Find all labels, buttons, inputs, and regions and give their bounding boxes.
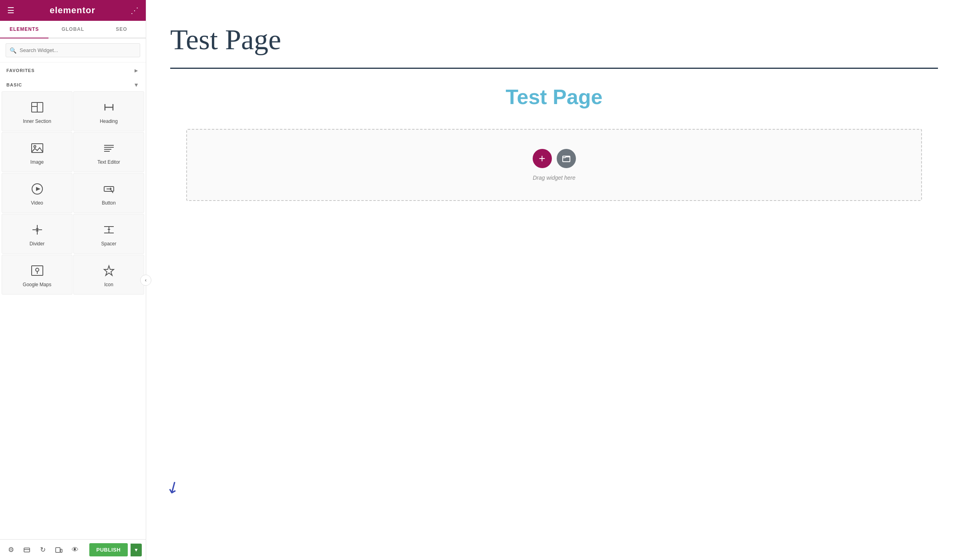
widget-icon[interactable]: Icon bbox=[73, 255, 144, 295]
favorites-chevron-icon: ► bbox=[133, 67, 139, 74]
widget-video-label: Video bbox=[31, 200, 43, 206]
widget-list: FAVORITES ► BASIC ▼ Inner Section bbox=[0, 62, 146, 560]
collapse-panel-button[interactable]: ‹ bbox=[140, 275, 151, 286]
video-icon bbox=[31, 183, 44, 197]
widget-google-maps[interactable]: Google Maps bbox=[2, 255, 72, 295]
svg-rect-35 bbox=[56, 548, 60, 552]
svg-rect-33 bbox=[24, 548, 30, 552]
search-bar: 🔍 bbox=[0, 38, 146, 62]
widget-image-label: Image bbox=[30, 159, 44, 165]
text-editor-icon bbox=[103, 142, 115, 156]
svg-rect-29 bbox=[32, 266, 43, 275]
drop-zone-label: Drag widget here bbox=[533, 175, 576, 181]
add-widget-button[interactable]: + bbox=[533, 149, 552, 168]
page-divider bbox=[170, 68, 938, 69]
widget-heading-label: Heading bbox=[100, 118, 118, 124]
widget-text-editor-label: Text Editor bbox=[97, 159, 120, 165]
sidebar-tabs: ELEMENTS GLOBAL SEO bbox=[0, 21, 146, 38]
settings-icon[interactable]: ⚙ bbox=[4, 543, 18, 557]
favorites-section-header[interactable]: FAVORITES ► bbox=[0, 62, 146, 77]
widget-google-maps-label: Google Maps bbox=[23, 282, 51, 287]
add-template-button[interactable] bbox=[557, 149, 576, 168]
tab-elements[interactable]: ELEMENTS bbox=[0, 21, 48, 38]
widget-button-label: Button bbox=[102, 200, 116, 206]
search-input[interactable] bbox=[6, 43, 140, 57]
publish-button[interactable]: PUBLISH bbox=[89, 543, 128, 556]
inner-section-icon bbox=[31, 101, 44, 115]
widget-button[interactable]: Button bbox=[73, 173, 144, 213]
widget-spacer-label: Spacer bbox=[101, 241, 116, 247]
widget-spacer[interactable]: Spacer bbox=[73, 214, 144, 254]
svg-rect-36 bbox=[60, 549, 62, 552]
google-maps-icon bbox=[31, 264, 44, 279]
drop-zone[interactable]: + Drag widget here bbox=[186, 129, 922, 201]
svg-marker-26 bbox=[107, 229, 111, 231]
svg-point-30 bbox=[36, 268, 39, 271]
widget-inner-section[interactable]: Inner Section bbox=[2, 91, 72, 131]
svg-rect-6 bbox=[32, 144, 43, 153]
layers-icon[interactable] bbox=[20, 543, 34, 557]
widget-video[interactable]: Video bbox=[2, 173, 72, 213]
publish-dropdown-button[interactable]: ▼ bbox=[131, 544, 142, 556]
basic-label: BASIC bbox=[6, 82, 22, 87]
svg-point-7 bbox=[34, 146, 36, 148]
widget-heading[interactable]: Heading bbox=[73, 91, 144, 131]
main-canvas: Test Page Test Page + Drag widget here ↙ bbox=[146, 0, 962, 560]
elementor-logo: elementor bbox=[50, 5, 95, 16]
tab-seo[interactable]: SEO bbox=[97, 21, 146, 38]
widget-text-editor[interactable]: Text Editor bbox=[73, 132, 144, 172]
sidebar: ☰ elementor ⋰ ELEMENTS GLOBAL SEO 🔍 FAVO… bbox=[0, 0, 146, 560]
canvas-content: Test Page Test Page + Drag widget here bbox=[146, 0, 962, 560]
grid-icon[interactable]: ⋰ bbox=[131, 6, 139, 15]
eye-icon[interactable]: 👁 bbox=[68, 543, 82, 557]
widget-grid: Inner Section Heading bbox=[0, 91, 146, 296]
svg-marker-13 bbox=[36, 187, 40, 191]
widget-image[interactable]: Image bbox=[2, 132, 72, 172]
menu-icon[interactable]: ☰ bbox=[7, 6, 14, 15]
icon-widget-icon bbox=[103, 264, 115, 279]
sidebar-bottom: ⚙ ↻ 👁 PUBLISH ▼ bbox=[0, 539, 146, 560]
svg-marker-32 bbox=[104, 266, 114, 275]
widget-divider-label: Divider bbox=[30, 241, 44, 247]
favorites-label: FAVORITES bbox=[6, 68, 35, 73]
widget-inner-section-label: Inner Section bbox=[23, 118, 51, 124]
divider-icon bbox=[31, 223, 44, 238]
drop-zone-buttons: + bbox=[533, 149, 576, 168]
page-title-colored: Test Page bbox=[170, 85, 938, 109]
history-icon[interactable]: ↻ bbox=[36, 543, 50, 557]
sidebar-header: ☰ elementor ⋰ bbox=[0, 0, 146, 21]
heading-icon bbox=[103, 101, 115, 115]
search-icon: 🔍 bbox=[10, 47, 16, 54]
spacer-icon bbox=[103, 223, 115, 238]
image-icon bbox=[31, 142, 44, 156]
widget-icon-label: Icon bbox=[104, 282, 113, 287]
tab-global[interactable]: GLOBAL bbox=[48, 21, 97, 38]
responsive-icon[interactable] bbox=[52, 543, 66, 557]
widget-divider[interactable]: Divider bbox=[2, 214, 72, 254]
basic-section-header[interactable]: BASIC ▼ bbox=[0, 77, 146, 91]
button-icon bbox=[103, 183, 115, 197]
basic-chevron-icon: ▼ bbox=[133, 82, 139, 88]
page-title-dark: Test Page bbox=[170, 24, 938, 56]
